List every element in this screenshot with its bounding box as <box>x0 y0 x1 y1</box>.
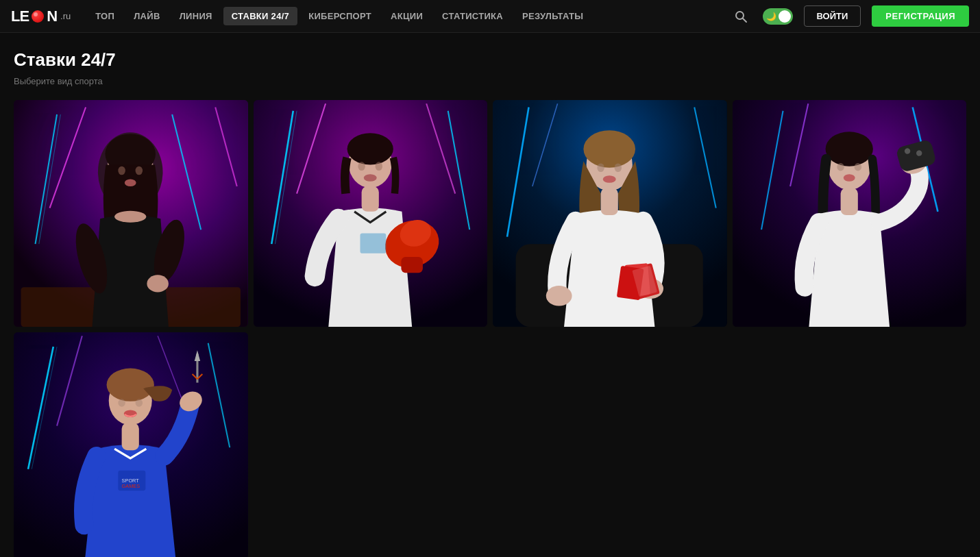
sports-grid-row2: SPORT GAMES <box>14 332 966 557</box>
login-button[interactable]: ВОЙТИ <box>804 5 861 27</box>
svg-point-33 <box>363 174 376 182</box>
nav-esports[interactable]: КИБЕРСПОРТ <box>300 7 380 25</box>
svg-point-50 <box>597 163 604 172</box>
logo-text-2: N <box>47 8 57 25</box>
sport-card-darts[interactable]: SPORT GAMES <box>14 332 248 557</box>
svg-point-44 <box>546 286 572 306</box>
card-gaming-illustration <box>733 100 967 327</box>
svg-point-18 <box>125 180 136 187</box>
svg-rect-59 <box>840 188 857 215</box>
svg-point-58 <box>825 132 872 166</box>
sport-card-cards[interactable] <box>493 100 727 327</box>
page-title: Ставки 24/7 <box>14 49 966 71</box>
register-button[interactable]: РЕГИСТРАЦИЯ <box>872 5 969 27</box>
nav-promos[interactable]: АКЦИИ <box>382 7 431 25</box>
empty-col-3 <box>493 332 727 557</box>
header-right: 🌙 ВОЙТИ РЕГИСТРАЦИЯ <box>730 5 969 27</box>
sport-card-gaming[interactable] <box>733 100 967 327</box>
search-button[interactable] <box>730 5 752 27</box>
svg-point-74 <box>107 369 154 401</box>
svg-rect-43 <box>601 188 618 215</box>
theme-toggle[interactable]: 🌙 <box>763 8 793 25</box>
empty-col-2 <box>254 332 488 557</box>
sport-card-dice[interactable] <box>14 100 248 327</box>
svg-point-66 <box>843 174 855 182</box>
svg-point-64 <box>837 163 844 171</box>
logo-text: LE <box>11 8 29 25</box>
main-header: LE N .ru ТОП ЛАЙВ ЛИНИЯ СТАВКИ 24/7 КИБЕ… <box>0 0 980 33</box>
svg-point-42 <box>583 130 635 168</box>
nav-line[interactable]: ЛИНИЯ <box>171 7 221 25</box>
nav-stats[interactable]: СТАТИСТИКА <box>434 7 511 25</box>
svg-line-1 <box>743 18 746 22</box>
moon-icon: 🌙 <box>766 12 776 21</box>
svg-rect-27 <box>361 186 378 212</box>
svg-point-51 <box>615 163 622 172</box>
svg-point-31 <box>358 162 365 171</box>
logo-domain: .ru <box>60 11 71 21</box>
card-cards-illustration <box>493 100 727 327</box>
search-icon <box>734 10 748 23</box>
svg-point-32 <box>375 162 382 171</box>
svg-point-16 <box>118 166 125 175</box>
main-content: Ставки 24/7 Выберите вид спорта <box>0 33 980 557</box>
card-boxing-illustration <box>254 100 488 327</box>
svg-point-52 <box>603 175 616 183</box>
svg-rect-30 <box>401 257 423 273</box>
svg-point-15 <box>147 275 169 292</box>
svg-rect-34 <box>360 233 386 253</box>
card-dice-illustration <box>14 100 248 327</box>
sports-grid-row1 <box>14 100 966 327</box>
sport-card-boxing[interactable] <box>254 100 488 327</box>
card-darts-illustration: SPORT GAMES <box>14 332 248 557</box>
svg-point-17 <box>136 166 143 175</box>
svg-point-85 <box>136 399 143 407</box>
nav-results[interactable]: РЕЗУЛЬТАТЫ <box>514 7 591 25</box>
svg-point-12 <box>114 211 146 223</box>
main-nav: ТОП ЛАЙВ ЛИНИЯ СТАВКИ 24/7 КИБЕРСПОРТ АК… <box>87 7 729 25</box>
page-subtitle: Выберите вид спорта <box>14 76 966 86</box>
nav-bets247[interactable]: СТАВКИ 24/7 <box>223 7 297 25</box>
logo[interactable]: LE N .ru <box>11 8 71 25</box>
empty-col-4 <box>733 332 967 557</box>
svg-point-26 <box>347 133 393 164</box>
nav-live[interactable]: ЛАЙВ <box>125 7 168 25</box>
svg-point-84 <box>118 399 125 407</box>
nav-top[interactable]: ТОП <box>87 7 123 25</box>
logo-ball-icon <box>32 10 44 23</box>
svg-point-65 <box>854 163 861 171</box>
svg-rect-75 <box>122 423 139 450</box>
svg-text:GAMES: GAMES <box>122 483 140 489</box>
